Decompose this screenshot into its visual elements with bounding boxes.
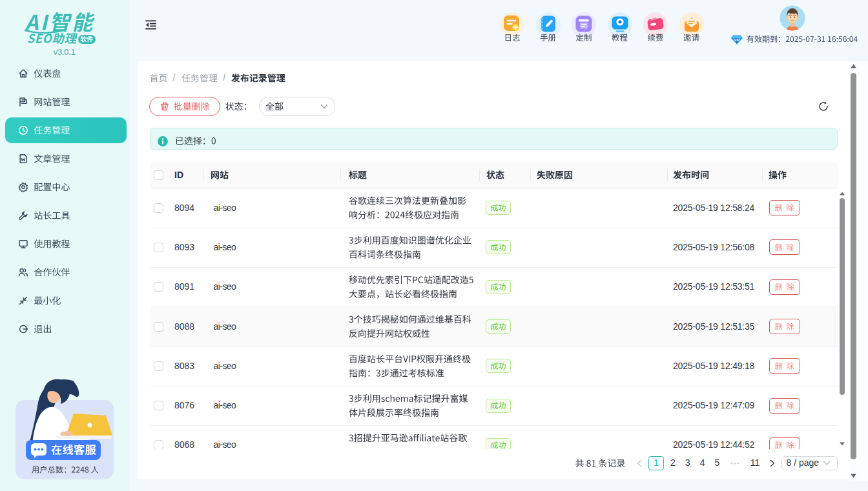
svg-text:VIP: VIP [734, 38, 739, 42]
